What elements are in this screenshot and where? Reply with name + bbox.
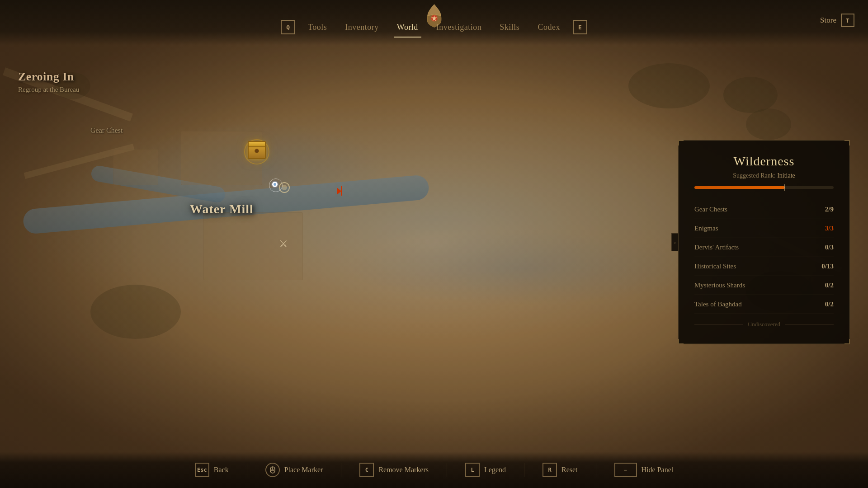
panel-row-value-dervis: 0/3 <box>825 244 834 251</box>
quest-title: Zeroing In <box>18 70 79 84</box>
panel-row-value-enigmas: 3/3 <box>825 225 834 232</box>
vegetation-5 <box>90 285 181 339</box>
top-navigation: Q Tools Inventory World Investigation Sk… <box>0 0 868 45</box>
gear-chest-label: Gear Chest <box>90 127 123 135</box>
separator-2 <box>341 463 341 477</box>
panel-row-label-shards: Mysterious Shards <box>694 282 745 289</box>
mouse-icon <box>269 466 276 474</box>
rank-bar-fill <box>694 186 785 189</box>
key-esc: Esc <box>195 463 209 477</box>
flag-icon <box>337 188 341 195</box>
rank-progress-bar <box>694 186 834 189</box>
vegetation-1 <box>723 77 778 113</box>
side-panel: › Wilderness Suggested Rank: Initiate Ge… <box>678 140 850 344</box>
panel-row-label-dervis: Dervis' Artifacts <box>694 244 739 251</box>
nav-key-q[interactable]: Q <box>281 20 295 34</box>
key-c: C <box>359 463 374 477</box>
panel-undiscovered: Undiscovered <box>694 321 834 328</box>
panel-rank: Suggested Rank: Initiate <box>694 172 834 179</box>
action-hide-panel[interactable]: — Hide Panel <box>614 463 674 477</box>
key-dash: — <box>614 463 637 477</box>
panel-row-label-tales: Tales of Baghdad <box>694 300 742 308</box>
vegetation-2 <box>628 63 710 108</box>
action-legend[interactable]: L Legend <box>465 463 506 477</box>
key-r: R <box>542 463 557 477</box>
panel-row-value-tales: 0/2 <box>825 300 834 308</box>
panel-corner-bl <box>678 339 684 344</box>
action-remove-markers-label: Remove Markers <box>378 466 429 474</box>
panel-row-enigmas: Enigmas 3/3 <box>694 219 834 238</box>
quest-info: Zeroing In Regroup at the Bureau <box>18 70 79 94</box>
panel-row-label-gear-chests: Gear Chests <box>694 206 727 213</box>
vegetation-3 <box>746 108 791 140</box>
rank-bar-marker <box>784 184 785 191</box>
panel-row-historical: Historical Sites 0/13 <box>694 257 834 276</box>
building-group-2 <box>203 212 303 280</box>
panel-row-tales: Tales of Baghdad 0/2 <box>694 295 834 314</box>
panel-row-gear-chests: Gear Chests 2/9 <box>694 200 834 219</box>
flag-marker <box>337 188 346 198</box>
panel-row-label-enigmas: Enigmas <box>694 225 718 232</box>
water-mill-label: Water Mill <box>190 202 254 216</box>
nav-item-skills[interactable]: Skills <box>491 19 528 36</box>
player-dot <box>271 181 278 188</box>
panel-row-dervis: Dervis' Artifacts 0/3 <box>694 238 834 257</box>
panel-row-label-historical: Historical Sites <box>694 263 736 270</box>
store-key: T <box>841 14 854 27</box>
separator-3 <box>447 463 447 477</box>
key-mouse <box>265 463 280 477</box>
separator-1 <box>247 463 247 477</box>
store-button[interactable]: Store T <box>820 14 854 27</box>
panel-corner-br <box>844 339 850 344</box>
action-place-marker-label: Place Marker <box>284 466 323 474</box>
nav-key-e[interactable]: E <box>573 20 587 34</box>
svg-rect-3 <box>271 469 274 471</box>
action-reset[interactable]: R Reset <box>542 463 578 477</box>
action-remove-markers[interactable]: C Remove Markers <box>359 463 429 477</box>
nav-items: Q Tools Inventory World Investigation Sk… <box>277 19 591 36</box>
nav-item-investigation[interactable]: Investigation <box>427 19 491 36</box>
player-marker <box>271 181 280 190</box>
nav-item-codex[interactable]: Codex <box>528 19 569 36</box>
panel-corner-tl <box>678 140 684 145</box>
key-l: L <box>465 463 480 477</box>
action-place-marker[interactable]: Place Marker <box>265 463 323 477</box>
undiscovered-label: Undiscovered <box>748 321 780 328</box>
separator-5 <box>596 463 596 477</box>
bottom-bar: Esc Back Place Marker C Remove Markers L… <box>0 452 868 488</box>
building-group-3 <box>113 149 158 185</box>
nav-item-world[interactable]: World <box>388 19 427 36</box>
panel-rank-value: Initiate <box>777 172 795 179</box>
action-back-label: Back <box>214 466 229 474</box>
chest-icon <box>248 143 266 159</box>
store-label: Store <box>820 16 836 25</box>
panel-collapse-button[interactable]: › <box>671 233 679 251</box>
panel-row-value-gear-chests: 2/9 <box>825 206 834 213</box>
action-reset-label: Reset <box>561 466 578 474</box>
panel-rank-prefix: Suggested Rank: <box>733 172 777 179</box>
action-back[interactable]: Esc Back <box>195 463 229 477</box>
nav-item-inventory[interactable]: Inventory <box>336 19 387 36</box>
panel-row-value-shards: 0/2 <box>825 282 834 289</box>
action-legend-label: Legend <box>484 466 506 474</box>
panel-row-shards: Mysterious Shards 0/2 <box>694 276 834 295</box>
chest-map-marker[interactable] <box>248 143 266 161</box>
person-marker: ⚔ <box>279 238 288 250</box>
nav-item-tools[interactable]: Tools <box>299 19 336 36</box>
action-hide-panel-label: Hide Panel <box>642 466 674 474</box>
panel-row-value-historical: 0/13 <box>821 263 834 270</box>
separator-4 <box>524 463 524 477</box>
panel-corner-tr <box>844 140 850 145</box>
quest-subtitle: Regroup at the Bureau <box>18 86 79 94</box>
panel-title: Wilderness <box>694 154 834 169</box>
